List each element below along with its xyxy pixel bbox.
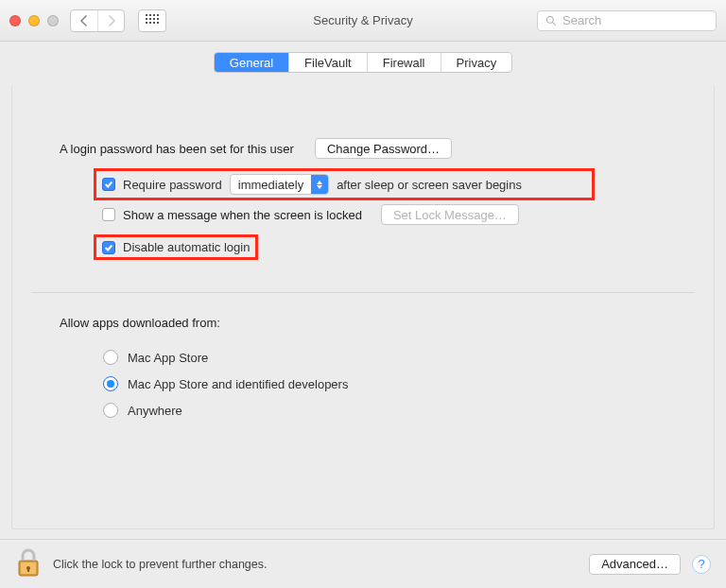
- require-password-label: Require password: [123, 178, 222, 192]
- change-password-button[interactable]: Change Password…: [315, 138, 452, 159]
- nav-group: [70, 9, 125, 32]
- zoom-button[interactable]: [47, 15, 59, 26]
- radio-label: Anywhere: [128, 404, 182, 418]
- radio-label: Mac App Store: [128, 351, 208, 365]
- select-stepper-icon: [311, 175, 328, 194]
- svg-line-1: [553, 22, 556, 25]
- close-button[interactable]: [9, 15, 21, 26]
- tab-label: Privacy: [457, 56, 497, 70]
- radio-button[interactable]: [103, 350, 118, 365]
- require-password-delay-select[interactable]: immediately: [230, 174, 329, 195]
- tab-label: General: [230, 56, 273, 70]
- radio-label: Mac App Store and identified developers: [128, 377, 348, 391]
- after-sleep-text: after sleep or screen saver begins: [337, 178, 522, 192]
- radio-button[interactable]: [103, 403, 118, 418]
- gatekeeper-option-anywhere[interactable]: Anywhere: [60, 397, 666, 424]
- body: General FileVault Firewall Privacy A log…: [0, 42, 726, 539]
- delay-selected-value: immediately: [238, 178, 303, 192]
- require-password-checkbox[interactable]: [102, 178, 115, 191]
- gatekeeper-option-appstore[interactable]: Mac App Store: [60, 344, 666, 371]
- search-placeholder: Search: [562, 13, 601, 27]
- help-button[interactable]: ?: [692, 555, 711, 574]
- gatekeeper-option-identified[interactable]: Mac App Store and identified developers: [60, 371, 666, 397]
- tab-general[interactable]: General: [215, 53, 288, 72]
- grid-icon: [146, 14, 159, 27]
- show-message-checkbox[interactable]: [102, 208, 115, 221]
- tab-firewall[interactable]: Firewall: [367, 53, 441, 72]
- login-section: A login password has been set for this u…: [12, 110, 714, 281]
- titlebar: Security & Privacy Search: [0, 0, 726, 42]
- disable-auto-login-checkbox[interactable]: [102, 241, 115, 254]
- forward-button[interactable]: [97, 10, 124, 31]
- set-lock-message-button[interactable]: Set Lock Message…: [381, 204, 519, 225]
- search-field[interactable]: Search: [537, 10, 717, 31]
- disable-auto-login-highlight: Disable automatic login: [94, 234, 258, 260]
- show-message-row: Show a message when the screen is locked…: [94, 202, 666, 227]
- advanced-button[interactable]: Advanced…: [589, 554, 681, 575]
- password-set-row: A login password has been set for this u…: [60, 136, 666, 161]
- password-set-text: A login password has been set for this u…: [60, 142, 294, 156]
- svg-rect-5: [27, 568, 29, 572]
- tabs-row: General FileVault Firewall Privacy: [0, 41, 726, 73]
- show-message-label: Show a message when the screen is locked: [123, 208, 362, 222]
- search-icon: [545, 15, 557, 26]
- gatekeeper-heading: Allow apps downloaded from:: [60, 316, 220, 330]
- tabs: General FileVault Firewall Privacy: [214, 52, 512, 73]
- radio-button[interactable]: [103, 376, 118, 391]
- minimize-button[interactable]: [28, 15, 40, 26]
- gatekeeper-section: Allow apps downloaded from: Mac App Stor…: [12, 293, 714, 442]
- tab-privacy[interactable]: Privacy: [441, 53, 512, 72]
- require-password-highlight: Require password immediately after sleep…: [94, 168, 595, 200]
- tab-label: Firewall: [383, 56, 425, 70]
- traffic-lights: [9, 15, 59, 26]
- lock-text: Click the lock to prevent further change…: [53, 558, 268, 571]
- security-privacy-window: Security & Privacy Search General FileVa…: [0, 0, 726, 588]
- show-all-button[interactable]: [138, 9, 166, 32]
- footer: Click the lock to prevent further change…: [0, 539, 726, 588]
- back-button[interactable]: [71, 10, 97, 31]
- lock-icon[interactable]: [15, 547, 42, 580]
- login-options: Require password immediately after sleep…: [60, 166, 666, 262]
- content: A login password has been set for this u…: [11, 85, 715, 529]
- disable-auto-login-label: Disable automatic login: [123, 240, 250, 254]
- tab-label: FileVault: [304, 56, 352, 70]
- tab-filevault[interactable]: FileVault: [288, 53, 367, 72]
